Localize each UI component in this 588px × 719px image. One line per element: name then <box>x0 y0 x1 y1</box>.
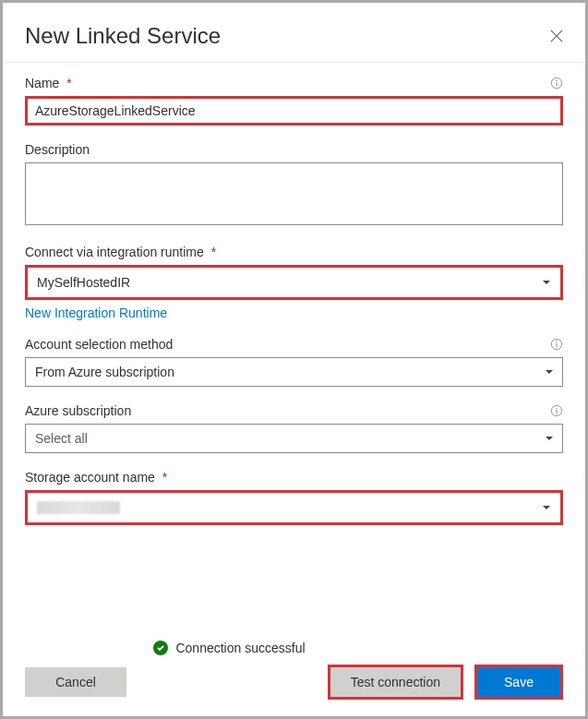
field-runtime: Connect via integration runtime * MySelf… <box>25 245 563 320</box>
cancel-button[interactable]: Cancel <box>25 667 126 697</box>
name-input[interactable] <box>25 96 563 126</box>
svg-point-7 <box>556 408 557 409</box>
svg-point-4 <box>556 342 557 342</box>
runtime-label: Connect via integration runtime <box>25 245 204 259</box>
close-icon[interactable] <box>550 30 563 42</box>
field-acct-method: Account selection method From Azure subs… <box>25 337 563 387</box>
subscription-select[interactable]: Select all <box>25 424 563 453</box>
storage-label: Storage account name <box>25 470 155 485</box>
test-connection-button[interactable]: Test connection <box>330 667 461 697</box>
required-star: * <box>66 76 71 90</box>
svg-rect-5 <box>556 343 557 347</box>
field-subscription: Azure subscription Select all <box>25 403 563 453</box>
subscription-label: Azure subscription <box>25 403 131 418</box>
acct-method-select[interactable]: From Azure subscription <box>25 357 563 387</box>
runtime-select[interactable]: MySelfHostedIR <box>25 265 563 300</box>
success-check-icon <box>153 641 168 655</box>
info-icon[interactable] <box>550 404 563 417</box>
field-storage: Storage account name * <box>25 470 563 525</box>
status-text: Connection successful <box>175 641 305 655</box>
acct-method-value: From Azure subscription <box>35 365 174 379</box>
required-star: * <box>162 470 167 485</box>
svg-rect-8 <box>556 410 557 413</box>
dialog-title: New Linked Service <box>25 23 221 49</box>
subscription-value: Select all <box>35 431 88 446</box>
storage-value-redacted <box>37 501 120 514</box>
description-label: Description <box>25 142 90 157</box>
runtime-value: MySelfHostedIR <box>37 275 130 290</box>
svg-point-1 <box>556 80 557 81</box>
required-star: * <box>211 245 216 259</box>
acct-method-label: Account selection method <box>25 337 173 352</box>
info-icon[interactable] <box>550 338 563 351</box>
dialog-header: New Linked Service <box>3 3 585 63</box>
highlight-save: Save <box>474 665 563 700</box>
highlight-test: Test connection <box>328 665 463 700</box>
save-button[interactable]: Save <box>477 667 560 697</box>
info-icon[interactable] <box>550 77 563 90</box>
new-runtime-link[interactable]: New Integration Runtime <box>25 306 167 320</box>
field-name: Name * <box>25 76 563 126</box>
field-description: Description <box>25 142 563 228</box>
dialog-body: Name * Description Connect via integrati… <box>3 63 585 716</box>
dialog-footer: Cancel Test connection Save <box>25 665 563 716</box>
svg-rect-2 <box>556 82 557 86</box>
description-input[interactable] <box>25 162 563 225</box>
connection-status: Connection successful <box>25 633 434 665</box>
dialog-panel: New Linked Service Name * Description <box>0 0 588 719</box>
name-label: Name <box>25 76 59 90</box>
storage-select[interactable] <box>25 490 563 525</box>
